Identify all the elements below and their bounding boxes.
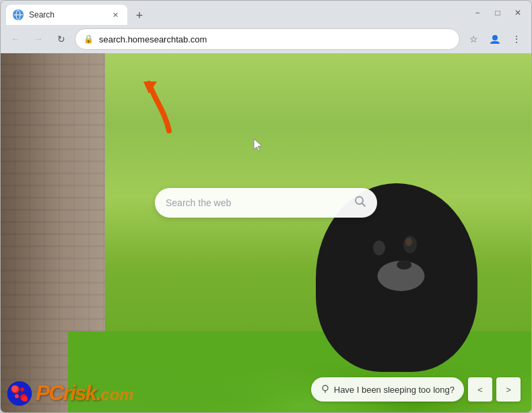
bear-animal — [282, 116, 511, 372]
pcrisk-tld: com — [100, 385, 133, 404]
pcrisk-logo: PCrisk.com — [7, 381, 134, 406]
back-button[interactable]: ← — [6, 30, 25, 49]
window-controls: − □ ✕ — [469, 5, 526, 21]
menu-button[interactable]: ⋮ — [507, 30, 526, 49]
nav-actions: ☆ ⋮ — [464, 30, 526, 49]
suggestion-prev-button[interactable]: < — [468, 377, 492, 402]
pcrisk-text-area: PCrisk.com — [36, 381, 134, 406]
tab-title: Search — [29, 10, 104, 20]
arrow-annotation — [142, 80, 182, 134]
tab-favicon-icon — [13, 9, 24, 20]
svg-point-8 — [323, 385, 328, 391]
pcrisk-domain-text: risk. — [63, 381, 100, 405]
search-bar[interactable]: Search the web — [155, 188, 377, 218]
svg-line-7 — [362, 203, 366, 207]
search-icon[interactable] — [354, 195, 366, 210]
browser-window: Search ✕ + − □ ✕ ← → ↻ 🔒 search.homesear… — [0, 0, 532, 413]
suggestion-icon — [321, 384, 330, 395]
search-container: Search the web — [155, 188, 377, 218]
pcrisk-brand-text: PC — [36, 381, 63, 405]
close-button[interactable]: ✕ — [510, 5, 526, 21]
background-scene — [1, 53, 531, 412]
minimize-button[interactable]: − — [469, 5, 486, 21]
svg-point-3 — [492, 35, 498, 40]
tab-close-button[interactable]: ✕ — [110, 9, 121, 20]
active-tab[interactable]: Search ✕ — [6, 5, 127, 25]
address-bar[interactable]: 🔒 search.homesearchtab.com — [75, 28, 460, 50]
tab-area: Search ✕ + — [6, 1, 461, 25]
svg-point-10 — [7, 381, 32, 406]
pcrisk-icon — [7, 381, 32, 406]
reload-button[interactable]: ↻ — [52, 30, 71, 49]
svg-point-14 — [20, 387, 24, 391]
new-tab-button[interactable]: + — [130, 6, 149, 25]
bear-nose — [397, 260, 411, 269]
suggestion-pill[interactable]: Have I been sleeping too long? — [311, 377, 464, 402]
bear-eye-left — [373, 241, 385, 255]
suggestion-next-button[interactable]: > — [496, 377, 521, 402]
navigation-bar: ← → ↻ 🔒 search.homesearchtab.com ☆ ⋮ — [1, 25, 531, 53]
address-text: search.homesearchtab.com — [99, 34, 451, 44]
search-placeholder: Search the web — [166, 197, 347, 208]
address-security-icon: 🔒 — [84, 34, 94, 44]
title-bar: Search ✕ + − □ ✕ — [1, 1, 531, 25]
svg-point-12 — [20, 394, 27, 401]
bear-eye-right — [403, 236, 417, 253]
forward-button[interactable]: → — [29, 30, 48, 49]
bookmark-button[interactable]: ☆ — [464, 30, 483, 49]
page-content: Search the web Have I been sle — [1, 53, 531, 412]
suggestion-text: Have I been sleeping too long? — [334, 385, 455, 395]
maximize-button[interactable]: □ — [490, 5, 506, 21]
svg-point-13 — [15, 394, 19, 398]
profile-button[interactable] — [486, 30, 504, 49]
svg-point-11 — [11, 385, 20, 393]
bottom-bar: Have I been sleeping too long? < > — [311, 377, 521, 402]
